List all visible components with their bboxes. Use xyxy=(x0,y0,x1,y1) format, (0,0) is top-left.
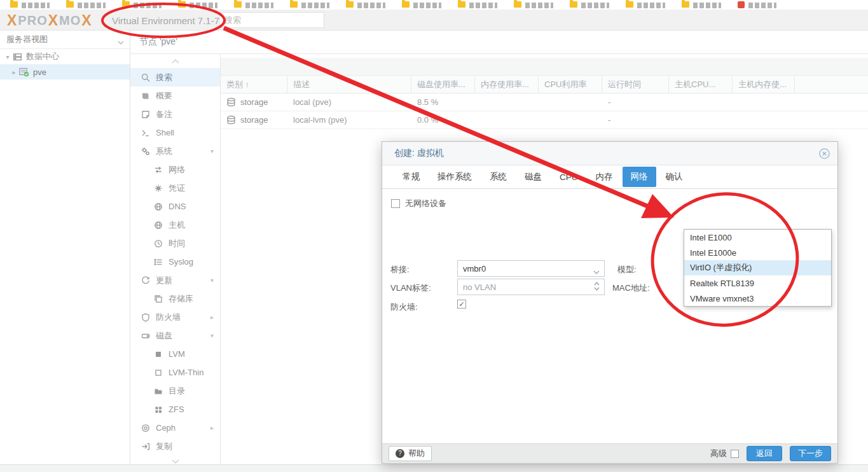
chevron-down-icon[interactable]: ▾ xyxy=(4,53,11,60)
column-header[interactable]: 磁盘使用率... xyxy=(411,76,475,93)
tab-确认[interactable]: 确认 xyxy=(658,167,691,187)
column-header[interactable]: 类别 ↑ xyxy=(221,76,287,93)
menu-item-复制[interactable]: 复制 xyxy=(130,437,220,455)
bookmark-item[interactable] xyxy=(570,0,609,8)
menu-item-搜索[interactable]: 搜索 xyxy=(130,68,220,87)
menu-item-label: 存储库 xyxy=(169,293,193,305)
column-header[interactable]: CPU利用率 xyxy=(539,76,602,93)
tab-CPU[interactable]: CPU xyxy=(551,168,586,186)
bookmark-label xyxy=(469,3,497,8)
chevron-right-icon[interactable]: ▸ xyxy=(10,69,18,76)
bookmark-item[interactable] xyxy=(66,0,106,8)
dropdown-option[interactable]: Realtek RTL8139 xyxy=(684,275,831,291)
dropdown-option[interactable]: Intel E1000e xyxy=(684,245,831,260)
bookmark-item[interactable] xyxy=(234,0,273,8)
spinner-arrows-icon[interactable] xyxy=(594,282,600,291)
menu-item-DNS[interactable]: DNS xyxy=(130,197,220,216)
chevron-down-icon[interactable]: ▾ xyxy=(210,148,214,155)
clock-icon xyxy=(153,239,163,248)
column-header[interactable]: 运行时间 xyxy=(602,76,669,93)
tree-item-pve[interactable]: ▸pve xyxy=(0,64,130,80)
datacenter-icon xyxy=(13,52,22,62)
menu-item-防火墙[interactable]: 防火墙▸ xyxy=(130,308,220,326)
menu-item-目录[interactable]: 目录 xyxy=(130,382,220,400)
help-button[interactable]: 帮助 xyxy=(389,446,432,461)
bridge-combo[interactable]: vmbr0 xyxy=(457,260,605,277)
cell-disk_usage: 8.5 % xyxy=(411,94,475,111)
bookmark-item[interactable] xyxy=(626,0,665,8)
menu-item-磁盘[interactable]: 磁盘▾ xyxy=(130,326,220,345)
bookmark-item[interactable] xyxy=(458,0,497,8)
menu-item-更新[interactable]: 更新▾ xyxy=(130,271,220,289)
menu-item-凭证[interactable]: 凭证 xyxy=(130,179,220,197)
bottom-strip xyxy=(0,464,868,472)
dropdown-option[interactable]: VirtIO (半虚拟化) xyxy=(684,260,831,275)
menu-item-存储库[interactable]: 存储库 xyxy=(130,289,220,308)
chevron-right-icon[interactable]: ▸ xyxy=(210,314,214,321)
cell-cpu xyxy=(539,111,602,128)
tab-磁盘[interactable]: 磁盘 xyxy=(516,167,550,187)
bookmark-item[interactable] xyxy=(290,0,329,8)
bookmark-item[interactable] xyxy=(738,0,776,8)
menu-item-Ceph[interactable]: Ceph▸ xyxy=(130,419,220,437)
no-network-label: 无网络设备 xyxy=(405,198,446,209)
no-network-checkbox[interactable] xyxy=(391,199,400,208)
column-header[interactable]: 主机CPU... xyxy=(669,76,733,93)
cell-host_mem xyxy=(733,94,795,111)
bookmark-item[interactable] xyxy=(514,0,553,8)
column-header[interactable]: 主机内存使... xyxy=(733,76,795,93)
dropdown-option[interactable]: VMware vmxnet3 xyxy=(684,291,831,306)
tree-item-datacenter[interactable]: ▾数据中心 xyxy=(0,49,130,64)
tab-网络[interactable]: 网络 xyxy=(623,167,656,187)
menu-item-主机[interactable]: 主机 xyxy=(130,216,220,234)
cell-mem_usage xyxy=(475,111,539,128)
square-outline-icon xyxy=(153,368,163,377)
menu-item-备注[interactable]: 备注 xyxy=(130,105,220,123)
bookmark-item[interactable] xyxy=(346,0,385,8)
menu-item-网络[interactable]: 网络 xyxy=(130,160,220,179)
tab-内存[interactable]: 内存 xyxy=(588,167,621,187)
version-label: Virtual Environment 7.1-7 xyxy=(112,15,219,26)
firewall-checkbox[interactable]: ✓ xyxy=(457,300,466,309)
close-icon[interactable] xyxy=(819,148,830,159)
menu-item-Shell[interactable]: Shell xyxy=(130,123,220,142)
bookmark-item[interactable] xyxy=(10,0,50,8)
cell-host_cpu xyxy=(669,94,733,111)
back-button[interactable]: 返回 xyxy=(747,446,782,461)
table-row[interactable]: storagelocal-lvm (pve)0.0 %- xyxy=(221,111,868,129)
bookmark-item[interactable] xyxy=(402,0,441,8)
column-header[interactable]: 描述 xyxy=(287,76,411,93)
tab-操作系统[interactable]: 操作系统 xyxy=(429,167,480,187)
table-row[interactable]: storagelocal (pve)8.5 %- xyxy=(221,94,868,111)
global-search-input[interactable] xyxy=(219,12,324,28)
bookmark-item[interactable] xyxy=(122,0,162,8)
menu-item-时间[interactable]: 时间 xyxy=(130,234,220,253)
folder-icon xyxy=(290,1,298,8)
menu-item-系统[interactable]: 系统▾ xyxy=(130,142,220,160)
view-selector-label: 服务器视图 xyxy=(6,34,48,45)
menu-item-ZFS[interactable]: ZFS xyxy=(130,400,220,419)
bookmark-label xyxy=(301,3,329,8)
menu-item-概要[interactable]: 概要 xyxy=(130,87,220,105)
dropdown-option[interactable]: Intel E1000 xyxy=(684,230,831,245)
folder-icon xyxy=(346,1,354,8)
bookmark-item[interactable] xyxy=(178,0,217,8)
scroll-up-icon[interactable] xyxy=(130,54,220,68)
chevron-right-icon[interactable]: ▸ xyxy=(210,424,214,431)
menu-item-LVM-Thin[interactable]: LVM-Thin xyxy=(130,363,220,382)
menu-item-Syslog[interactable]: Syslog xyxy=(130,253,220,271)
globe-icon xyxy=(153,202,163,211)
next-button[interactable]: 下一步 xyxy=(790,446,831,461)
advanced-checkbox[interactable] xyxy=(731,450,739,458)
menu-item-label: 目录 xyxy=(169,385,185,397)
view-selector[interactable]: 服务器视图 xyxy=(0,31,130,49)
column-header[interactable]: 内存使用率... xyxy=(475,76,539,93)
tab-系统[interactable]: 系统 xyxy=(481,167,515,187)
bookmark-item[interactable] xyxy=(682,0,721,8)
vlan-spinner[interactable]: no VLAN xyxy=(457,279,605,295)
chevron-down-icon[interactable]: ▾ xyxy=(210,332,214,339)
tab-常规[interactable]: 常规 xyxy=(394,167,428,187)
menu-item-LVM[interactable]: LVM xyxy=(130,345,220,363)
chevron-down-icon[interactable]: ▾ xyxy=(210,277,214,284)
shell-icon xyxy=(141,128,151,137)
